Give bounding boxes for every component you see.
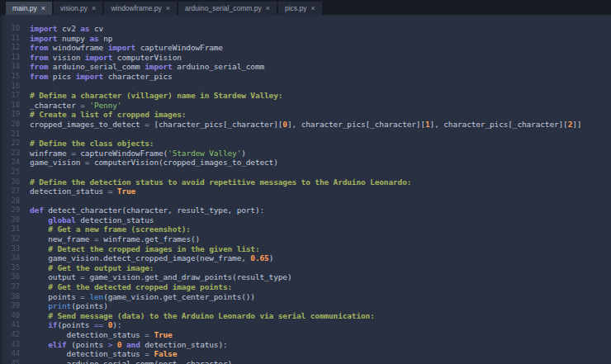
code-line: 27detection_status = True	[0, 187, 611, 196]
tab-label: pics.py	[285, 4, 306, 12]
code-text: global detection_status	[20, 215, 154, 225]
close-icon[interactable]: ×	[166, 5, 170, 12]
code-text: from pics import character_pics	[20, 72, 173, 82]
code-line: 38 points = len(game_vision.get_center_p…	[0, 292, 611, 302]
line-number: 17	[0, 91, 20, 101]
line-number: 15	[0, 72, 20, 82]
code-text	[20, 130, 30, 139]
code-line: 24game_vision = computerVision(cropped_i…	[0, 158, 611, 168]
code-line: 15from pics import character_pics	[0, 72, 611, 82]
code-text: # Send message (data) to the Arduino Leo…	[20, 311, 375, 321]
line-number: 26	[0, 177, 20, 187]
line-number: 11	[0, 34, 20, 44]
code-line: 36 output = game_vision.get_and_draw_poi…	[0, 272, 611, 282]
line-number: 20	[0, 120, 20, 130]
tab-bar: main.py×vision.py×windowframe.py×arduino…	[0, 0, 611, 15]
code-text: game_vision.detect_cropped_image(new_fra…	[20, 253, 273, 263]
code-text: # Get the detected cropped image points:	[20, 282, 232, 292]
line-number: 30	[0, 215, 20, 225]
code-text: def detect_character(character, result_t…	[20, 206, 264, 215]
line-number: 42	[0, 330, 20, 340]
line-number: 32	[0, 234, 20, 244]
code-text: game_vision = computerVision(cropped_ima…	[20, 158, 278, 168]
line-number: 34	[0, 253, 20, 263]
code-text: _character = 'Penny'	[20, 101, 121, 111]
code-text: from arduino_serial_comm import arduino_…	[20, 62, 264, 72]
tab-main-py[interactable]: main.py×	[6, 2, 52, 15]
code-text: winframe = captureWindowFrame('Stardew V…	[20, 149, 246, 158]
line-number: 24	[0, 158, 20, 168]
line-number: 23	[0, 149, 20, 158]
code-text: elif (points > 0 and detection_status):	[20, 340, 228, 350]
tab-label: arduino_serial_comm.py	[185, 4, 262, 12]
line-number: 27	[0, 187, 20, 196]
code-text: output = game_vision.get_and_draw_points…	[20, 272, 291, 282]
code-line: 37 # Get the detected cropped image poin…	[0, 282, 611, 292]
line-number: 29	[0, 206, 20, 215]
code-line: 32 new_frame = winframe.get_frames()	[0, 234, 611, 244]
tab-arduino_serial_comm-py[interactable]: arduino_serial_comm.py×	[178, 2, 277, 15]
line-number: 16	[0, 82, 20, 92]
code-text	[20, 168, 30, 177]
tab-windowframe-py[interactable]: windowframe.py×	[104, 2, 177, 15]
tab-label: main.py	[12, 4, 37, 12]
code-text: # Define a character (villager) name in …	[20, 91, 282, 101]
code-text: # Create a list of cropped images:	[20, 110, 186, 120]
line-number: 31	[0, 225, 20, 234]
editor-pane[interactable]: 10import cv2 as cv11import numpy as np12…	[0, 15, 611, 364]
code-editor-window: main.py×vision.py×windowframe.py×arduino…	[0, 0, 611, 364]
code-line: 21	[0, 130, 611, 139]
line-number: 41	[0, 320, 20, 330]
code-text	[20, 196, 30, 206]
code-line: 34 game_vision.detect_cropped_image(new_…	[0, 253, 611, 263]
line-number: 33	[0, 244, 20, 254]
code-text: arduino_serial_comm(port, character)	[20, 359, 232, 364]
tab-label: vision.py	[60, 4, 88, 12]
code-line: 19# Create a list of cropped images:	[0, 110, 611, 120]
code-line: 42 detection_status = True	[0, 330, 611, 340]
line-number: 10	[0, 24, 20, 34]
code-text: detection_status = True	[20, 330, 173, 340]
code-text: new_frame = winframe.get_frames()	[20, 234, 200, 244]
code-text: detection_status = True	[20, 187, 135, 196]
code-line: 11import numpy as np	[0, 34, 611, 44]
code-line: 26# Define the detection status to avoid…	[0, 177, 611, 187]
line-number: 28	[0, 196, 20, 206]
code-text	[20, 82, 30, 92]
close-icon[interactable]: ×	[266, 5, 270, 12]
code-text: detection_status = False	[20, 349, 177, 359]
code-text: from vision import computerVision	[20, 53, 182, 63]
line-number: 45	[0, 359, 20, 364]
code-line: 39 print(points)	[0, 301, 611, 311]
code-line: 14from arduino_serial_comm import arduin…	[0, 62, 611, 72]
line-number: 43	[0, 340, 20, 350]
code-text: # Define the class objects:	[20, 139, 154, 149]
code-line: 25	[0, 168, 611, 177]
code-line: 45 arduino_serial_comm(port, character)	[0, 359, 611, 364]
code-text: # Define the detection status to avoid r…	[20, 177, 411, 187]
tab-vision-py[interactable]: vision.py×	[54, 2, 102, 15]
code-text: from windowframe import captureWindowFra…	[20, 43, 223, 53]
code-line: 22# Define the class objects:	[0, 139, 611, 149]
line-number: 40	[0, 311, 20, 321]
line-number: 22	[0, 139, 20, 149]
code-line: 40 # Send message (data) to the Arduino …	[0, 311, 611, 321]
code-line: 28	[0, 196, 611, 206]
code-line: 33 # Detect the cropped images in the gi…	[0, 244, 611, 254]
code-line: 43 elif (points > 0 and detection_status…	[0, 340, 611, 350]
code-text: # Get a new frame (screenshot):	[20, 225, 191, 234]
line-number: 25	[0, 168, 20, 177]
close-icon[interactable]: ×	[41, 5, 45, 12]
close-icon[interactable]: ×	[92, 5, 96, 12]
code-line: 16	[0, 82, 611, 92]
code-line: 17# Define a character (villager) name i…	[0, 91, 611, 101]
tab-pics-py[interactable]: pics.py×	[278, 2, 322, 15]
line-number: 19	[0, 110, 20, 120]
line-number: 14	[0, 62, 20, 72]
code-line: 13from vision import computerVision	[0, 53, 611, 63]
close-icon[interactable]: ×	[310, 5, 315, 12]
tab-label: windowframe.py	[111, 4, 161, 12]
code-line: 10import cv2 as cv	[0, 24, 611, 34]
code-line: 20cropped_images_to_detect = [character_…	[0, 120, 611, 130]
code-text: import cv2 as cv	[20, 24, 103, 34]
